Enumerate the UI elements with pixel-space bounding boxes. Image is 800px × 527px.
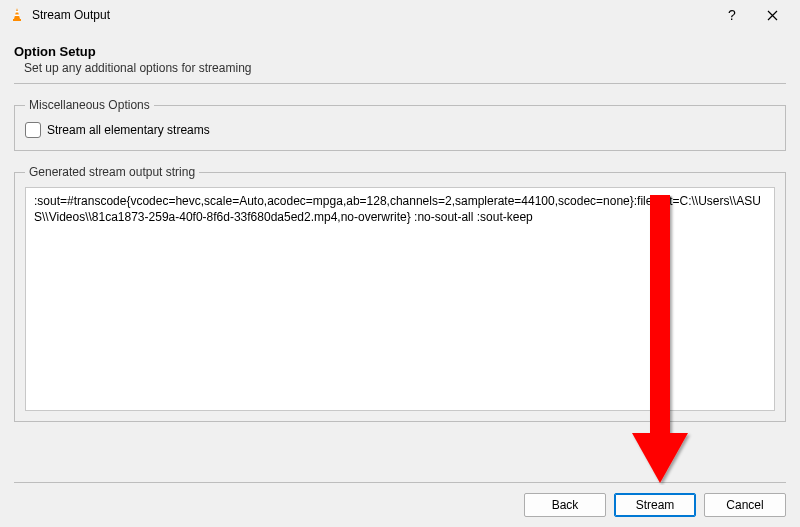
svg-rect-1: [15, 11, 19, 13]
vlc-cone-icon: [8, 6, 26, 24]
stream-all-row: Stream all elementary streams: [25, 120, 775, 140]
back-button[interactable]: Back: [524, 493, 606, 517]
footer-divider: [14, 482, 786, 483]
divider: [14, 83, 786, 84]
stream-all-checkbox[interactable]: [25, 122, 41, 138]
misc-options-group: Miscellaneous Options Stream all element…: [14, 98, 786, 151]
cancel-button[interactable]: Cancel: [704, 493, 786, 517]
close-button[interactable]: [752, 1, 792, 29]
titlebar: Stream Output ?: [0, 0, 800, 30]
generated-output-textarea[interactable]: :sout=#transcode{vcodec=hevc,scale=Auto,…: [25, 187, 775, 411]
footer-buttons: Back Stream Cancel: [524, 493, 786, 517]
generated-string-legend: Generated stream output string: [25, 165, 199, 179]
section-heading: Option Setup: [14, 44, 786, 59]
svg-rect-0: [13, 19, 21, 21]
stream-all-label: Stream all elementary streams: [47, 123, 210, 137]
svg-rect-2: [15, 15, 20, 17]
help-button[interactable]: ?: [712, 1, 752, 29]
stream-button[interactable]: Stream: [614, 493, 696, 517]
section-subheading: Set up any additional options for stream…: [24, 61, 786, 75]
misc-options-legend: Miscellaneous Options: [25, 98, 154, 112]
generated-string-group: Generated stream output string :sout=#tr…: [14, 165, 786, 422]
window-title: Stream Output: [32, 8, 712, 22]
svg-marker-4: [632, 433, 688, 483]
content-area: Option Setup Set up any additional optio…: [0, 30, 800, 422]
